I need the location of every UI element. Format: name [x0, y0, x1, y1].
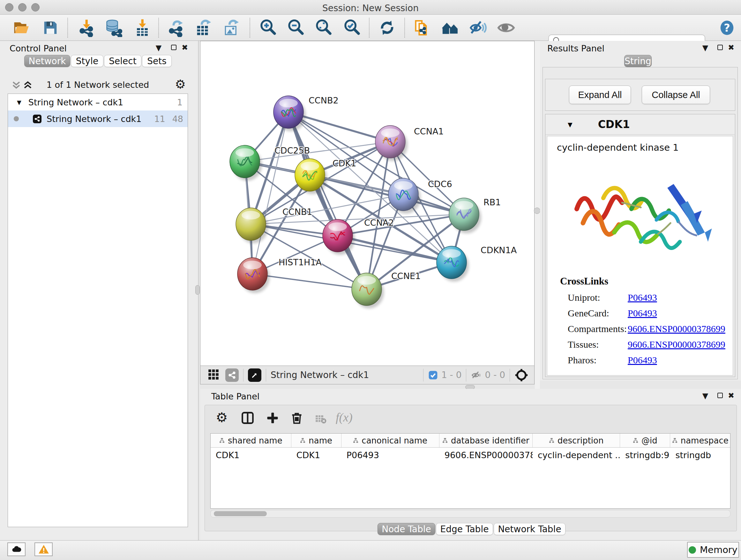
cdk1-content: cyclin-dependent kinase 1 — [547, 136, 733, 375]
network-node-ccne1[interactable] — [352, 273, 384, 308]
memory-label: Memory — [700, 544, 738, 555]
show-hide-panel-icon[interactable] — [468, 17, 488, 38]
results-panel-close-icon[interactable]: ✖ — [726, 43, 737, 52]
network-node-count: 11 — [154, 114, 165, 124]
title-bar: Session: New Session — [0, 0, 741, 15]
left-splitter-handle[interactable] — [195, 285, 200, 295]
right-splitter-handle[interactable] — [534, 207, 540, 214]
control-panel-menu-icon[interactable]: ▼ — [153, 44, 164, 52]
network-node-ccna1[interactable] — [375, 125, 408, 161]
crosslink-link[interactable]: 9606.ENSP00000378699 — [628, 339, 725, 350]
node-label-cdkn1a: CDKN1A — [481, 245, 517, 255]
home-icon[interactable] — [440, 17, 461, 38]
network-row-selected[interactable]: String Network – cdk1 11 48 — [8, 111, 188, 127]
export-image-icon[interactable] — [221, 17, 241, 38]
crosslink-link[interactable]: 9606.ENSP00000378699 — [628, 323, 725, 334]
tab-string-results[interactable]: String — [624, 55, 652, 67]
table-row[interactable]: CDK1 CDK1 P06493 9606.ENSP00000378699 cy… — [211, 448, 730, 462]
table-panel-float-icon[interactable] — [718, 393, 723, 398]
table-panel-menu-icon[interactable]: ▼ — [700, 391, 711, 400]
refresh-icon[interactable] — [377, 17, 397, 38]
node-label-ccnb2: CCNB2 — [309, 96, 339, 105]
zoom-selected-icon[interactable] — [342, 17, 362, 38]
column-header[interactable]: shared name — [211, 434, 291, 447]
preview-icon[interactable] — [496, 17, 516, 38]
network-canvas[interactable]: CCNB2CCNA1CDC25BCDK1CDC6RB1CCNB1CCNA2CDK… — [200, 41, 535, 366]
control-panel-float-icon[interactable] — [171, 45, 177, 50]
tab-node-table[interactable]: Node Table — [378, 523, 435, 535]
column-header[interactable]: description — [533, 434, 620, 447]
help-icon[interactable]: ? — [717, 17, 737, 38]
table-delete-icon[interactable] — [290, 411, 304, 426]
network-edge[interactable] — [253, 112, 288, 274]
table-hscrollbar[interactable] — [210, 510, 731, 517]
grid-view-icon[interactable] — [207, 368, 219, 382]
birds-eye-view-icon[interactable] — [248, 368, 261, 382]
cdk1-collapse-icon[interactable]: ▼ — [568, 121, 572, 128]
selected-checkbox-icon[interactable] — [428, 370, 438, 380]
table-columns-icon[interactable] — [241, 411, 255, 426]
tab-sets[interactable]: Sets — [142, 55, 172, 67]
node-label-ccna2: CCNA2 — [364, 218, 394, 228]
network-node-hist1h1a[interactable] — [238, 258, 270, 293]
collection-expand-icon[interactable]: ▼ — [17, 99, 21, 106]
memory-button[interactable]: Memory — [687, 542, 739, 558]
open-session-icon[interactable] — [11, 17, 32, 38]
table-hscrollbar-thumb[interactable] — [214, 511, 267, 516]
column-header[interactable]: canonical name — [341, 434, 440, 447]
network-node-rb1[interactable] — [449, 198, 481, 233]
table-add-icon[interactable] — [266, 411, 280, 426]
results-panel-float-icon[interactable] — [718, 45, 723, 50]
network-node-cdc25b[interactable] — [230, 145, 262, 181]
copy-network-icon[interactable] — [412, 17, 432, 38]
crosslink-link[interactable]: P06493 — [628, 308, 657, 319]
tab-style[interactable]: Style — [71, 55, 104, 67]
zoom-out-icon[interactable] — [286, 17, 306, 38]
node-label-cdc6: CDC6 — [428, 179, 452, 189]
expand-all-button[interactable]: Expand All — [569, 85, 631, 104]
fit-selected-crosshair-icon[interactable] — [515, 368, 529, 382]
control-panel-close-icon[interactable]: ✖ — [179, 43, 190, 52]
toolbar-separator — [250, 18, 250, 38]
column-header[interactable]: @id — [620, 434, 670, 447]
network-tree: ▼ String Network – cdk1 1 String Network… — [8, 94, 188, 527]
collapse-all-button[interactable]: Collapse All — [642, 85, 710, 104]
toolbar-separator — [158, 18, 159, 38]
crosslink-label: Tissues: — [568, 339, 599, 350]
tab-network-table[interactable]: Network Table — [494, 523, 565, 535]
column-header[interactable]: name — [291, 434, 341, 447]
cdk1-section-header[interactable]: ▼ CDK1 — [545, 114, 735, 135]
warning-status-button[interactable] — [35, 543, 53, 556]
tab-network[interactable]: Network — [24, 55, 70, 67]
table-gear-icon[interactable]: ⚙ — [216, 410, 228, 425]
export-network-icon[interactable] — [165, 17, 186, 38]
network-node-ccnb2[interactable] — [273, 96, 306, 131]
network-graph[interactable]: CCNB2CCNA1CDC25BCDK1CDC6RB1CCNB1CCNA2CDK… — [200, 41, 534, 365]
table-panel-body: ⚙ f(x) shared name name canonical name d… — [205, 405, 737, 531]
results-panel-menu-icon[interactable]: ▼ — [700, 44, 711, 52]
tab-select[interactable]: Select — [104, 55, 141, 67]
network-node-cdkn1a[interactable] — [436, 246, 469, 282]
zoom-in-icon[interactable] — [258, 17, 278, 38]
column-header[interactable]: namespace — [670, 434, 730, 447]
export-table-icon[interactable] — [193, 17, 213, 38]
network-options-gear-icon[interactable]: ⚙ — [175, 77, 186, 91]
crosslink-link[interactable]: P06493 — [628, 355, 657, 366]
network-node-ccna2[interactable] — [323, 219, 355, 255]
results-panel-title: Results Panel — [547, 44, 604, 53]
tab-edge-table[interactable]: Edge Table — [436, 523, 493, 535]
save-session-icon[interactable] — [40, 17, 61, 38]
import-table-icon[interactable] — [132, 17, 152, 38]
import-network-icon[interactable] — [76, 17, 97, 38]
cloud-status-button[interactable] — [7, 543, 25, 556]
column-header[interactable]: database identifier — [440, 434, 533, 447]
zoom-fit-icon[interactable] — [313, 17, 334, 38]
network-collection-row[interactable]: ▼ String Network – cdk1 1 — [8, 94, 188, 111]
crosslink-link[interactable]: P06493 — [628, 292, 657, 303]
table-delete-table-icon-disabled — [315, 413, 327, 426]
network-node-cdk1[interactable] — [295, 159, 327, 194]
import-network-database-icon[interactable] — [103, 17, 123, 38]
table-panel-close-icon[interactable]: ✖ — [726, 391, 737, 400]
hidden-eye-slash-icon[interactable] — [471, 369, 482, 381]
string-view-icon[interactable] — [225, 368, 239, 382]
